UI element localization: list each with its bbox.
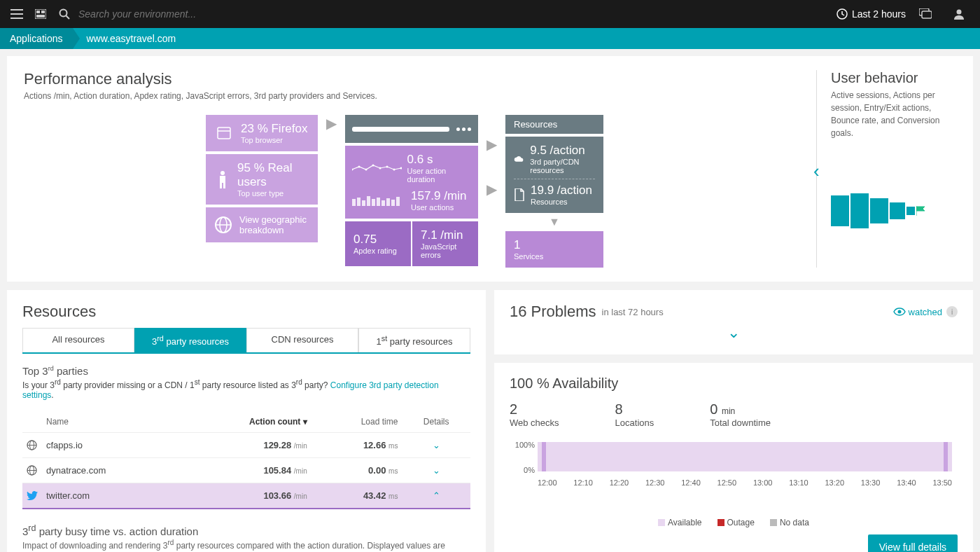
r2-value: 19.9 /action [531, 184, 592, 198]
users-label: Top user type [237, 189, 309, 198]
resource-tabs: All resources 3rd party resources CDN re… [22, 328, 470, 354]
availability-stat: 0 minTotal downtime [710, 401, 771, 428]
tile-resources[interactable]: 9.5 /action3rd party/CDN resources 19.9 … [505, 137, 603, 213]
tile-top-browser[interactable]: 23 % FirefoxTop browser [206, 115, 318, 151]
tab-1st-party[interactable]: 1st party resources [358, 328, 470, 352]
tile-js-errors[interactable]: 7.1 /minJavaScript errors [412, 221, 478, 266]
svg-rect-3 [36, 15, 45, 18]
table-row[interactable]: cfapps.io 129.28 /min 12.66 ms ⌄ [22, 433, 470, 458]
flag-icon [916, 206, 927, 216]
resources-card: Resources All resources 3rd party resour… [7, 290, 486, 552]
table-row[interactable]: dynatrace.com 105.84 /min 0.00 ms ⌄ [22, 458, 470, 483]
svg-point-43 [897, 310, 901, 314]
provider-name: cfapps.io [42, 433, 178, 458]
globe-icon [214, 215, 232, 235]
svg-rect-15 [223, 183, 225, 188]
chevron-left-icon[interactable]: ‹ [813, 160, 956, 182]
col-load-time[interactable]: Load time [312, 411, 402, 433]
time-range-selector[interactable]: Last 2 hours [836, 8, 906, 20]
chat-icon[interactable] [916, 4, 935, 24]
chevron-up-icon[interactable]: ⌃ [402, 483, 470, 509]
geo-label: View geographic breakdown [239, 214, 309, 235]
expand-problems-icon[interactable]: ⌄ [510, 324, 958, 342]
users-value: 95 % Real users [237, 161, 309, 189]
breadcrumb-app[interactable]: www.easytravel.com [73, 28, 186, 49]
tab-all-resources[interactable]: All resources [22, 328, 134, 352]
svg-rect-8 [922, 11, 932, 18]
r1-label: 3rd party/CDN resources [530, 158, 595, 174]
col-name[interactable]: Name [42, 411, 178, 433]
tile-apdex[interactable]: 0.75Apdex rating [345, 221, 411, 266]
tab-3rd-party[interactable]: 3rd party resources [134, 328, 246, 352]
detection-help: Is your 3rd party provider missing or a … [22, 378, 470, 400]
performance-card: Performance analysis Actions /min, Actio… [7, 56, 973, 282]
r1-value: 9.5 /action [530, 144, 595, 158]
page-subtitle: Actions /min, Action duration, Apdex rat… [24, 91, 816, 101]
funnel-chart[interactable] [831, 193, 956, 228]
provider-name: twitter.com [42, 483, 178, 509]
tab-cdn[interactable]: CDN resources [246, 328, 358, 352]
svg-rect-29 [362, 200, 365, 206]
problems-count: 16 Problems [510, 303, 596, 321]
resources-header: Resources [505, 115, 603, 134]
svg-rect-30 [367, 196, 370, 206]
availability-title: 100 % Availability [510, 375, 958, 392]
availability-legend: Available Outage No data [510, 518, 958, 527]
col-action-count[interactable]: Action count ▾ [178, 411, 312, 433]
problems-card: 16 Problems in last 72 hours watched i ⌄ [494, 290, 973, 354]
busy-chart-sub: Impact of downloading and rendering 3rd … [22, 539, 470, 552]
svg-point-26 [400, 167, 402, 170]
apdex-value: 0.75 [354, 233, 397, 247]
tile-window-bar [345, 115, 478, 143]
busy-chart-title: 3rd party busy time vs. action duration [22, 523, 470, 537]
svg-rect-31 [372, 199, 375, 206]
browser-icon [214, 123, 234, 143]
person-icon [214, 170, 230, 189]
svg-rect-34 [386, 198, 390, 206]
watched-toggle[interactable]: watched [893, 307, 942, 317]
svg-point-22 [372, 165, 374, 167]
action-count: 129.28 /min [178, 433, 312, 458]
availability-card: 100 % Availability 2 Web checks8 Locatio… [494, 363, 973, 552]
view-full-details-button[interactable]: View full details [868, 534, 958, 552]
clock-icon [836, 8, 848, 20]
eye-icon [893, 308, 906, 316]
sparkline-icon [352, 163, 402, 174]
svg-rect-33 [382, 200, 385, 206]
top3-heading: Top 3rd parties [22, 365, 470, 377]
tile-user-type[interactable]: 95 % Real usersTop user type [206, 154, 318, 205]
tile-user-actions[interactable]: 0.6 sUser action duration 157.9 /minUser… [345, 146, 478, 219]
tile-geographic[interactable]: View geographic breakdown [206, 207, 318, 242]
browser-label: Top browser [241, 136, 307, 144]
action-count: 105.84 /min [178, 458, 312, 483]
down-arrow-icon: ▼ [505, 216, 603, 228]
availability-chart[interactable]: 100% 0% 12:0012:1012:2012:3012:4012:5013… [510, 442, 958, 498]
js-value: 7.1 /min [421, 228, 470, 242]
breadcrumb-applications[interactable]: Applications [0, 28, 73, 49]
table-row[interactable]: twitter.com 103.66 /min 43.42 ms ⌃ [22, 483, 470, 509]
dashboard-icon[interactable] [31, 4, 50, 24]
col-details[interactable]: Details [402, 411, 470, 433]
info-icon[interactable]: i [946, 306, 958, 317]
svg-point-20 [358, 166, 360, 168]
user-icon[interactable] [949, 4, 969, 24]
chevron-down-icon[interactable]: ⌄ [402, 458, 470, 483]
ua-label: User actions [411, 203, 466, 212]
user-behavior-title: User behavior [831, 70, 956, 86]
provider-icon [22, 433, 42, 458]
svg-point-24 [386, 166, 388, 168]
user-behavior-desc: Active sessions, Actions per session, En… [831, 89, 956, 139]
search-icon[interactable] [55, 4, 74, 24]
uad-value: 0.6 s [407, 153, 471, 167]
menu-icon[interactable] [7, 4, 27, 24]
svg-point-12 [220, 171, 225, 175]
svg-line-5 [66, 16, 70, 20]
problems-range: in last 72 hours [602, 307, 664, 317]
search-input[interactable] [78, 8, 288, 20]
chevron-down-icon[interactable]: ⌄ [402, 433, 470, 458]
flow-arrow-icon: ▶ [323, 115, 340, 132]
configure-detection-link[interactable]: Configure 3rd party detection settings [22, 380, 439, 400]
tile-services[interactable]: 1Services [505, 231, 603, 268]
svg-rect-28 [357, 198, 360, 206]
svg-rect-36 [396, 197, 400, 206]
